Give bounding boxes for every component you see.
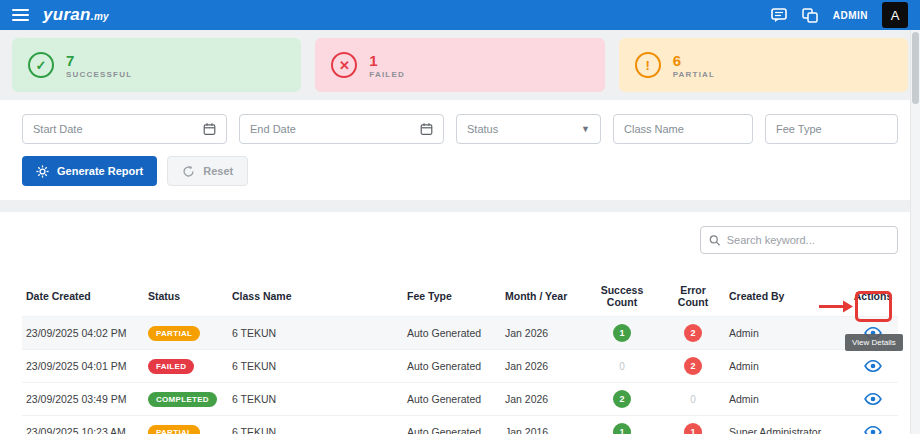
scrollbar-thumb[interactable] <box>912 32 919 104</box>
status-cell: PARTIAL <box>144 416 228 434</box>
calendar-icon[interactable] <box>203 122 216 136</box>
table-body: 23/09/2025 04:02 PMPARTIAL6 TEKUNAuto Ge… <box>22 317 898 434</box>
status-cell: PARTIAL <box>144 317 228 350</box>
fee-type-cell: Auto Generated <box>403 350 501 383</box>
fee-type-field[interactable] <box>765 114 898 144</box>
column-header: Date Created <box>22 276 144 317</box>
month-year-cell: Jan 2016 <box>501 416 583 434</box>
search-icon <box>709 234 721 247</box>
scrollbar[interactable] <box>910 30 920 434</box>
refresh-icon <box>182 165 195 178</box>
translate-icon[interactable] <box>802 7 819 23</box>
stats-row: ✓ 7 SUCCESSFUL ✕ 1 FAILED ! 6 PARTIAL <box>0 30 920 100</box>
table-row: 23/09/2025 03:49 PMCOMPLETED6 TEKUNAuto … <box>22 383 898 416</box>
class-name-field[interactable] <box>613 114 753 144</box>
generate-report-label: Generate Report <box>57 165 143 177</box>
error-count-cell: 2 <box>661 317 725 350</box>
column-header: Class Name <box>228 276 403 317</box>
eye-icon <box>864 392 882 406</box>
reports-table: Date CreatedStatusClass NameFee TypeMont… <box>22 276 898 434</box>
fee-type-cell: Auto Generated <box>403 416 501 434</box>
month-year-cell: Jan 2026 <box>501 317 583 350</box>
date-created-cell: 23/09/2025 03:49 PM <box>22 383 144 416</box>
success-count-cell: 0 <box>583 350 661 383</box>
status-cell: FAILED <box>144 350 228 383</box>
end-date-input[interactable] <box>250 123 420 135</box>
status-select-value: Status <box>467 123 498 135</box>
view-details-button[interactable] <box>862 423 884 434</box>
actions-cell <box>848 383 898 416</box>
column-header: Month / Year <box>501 276 583 317</box>
class-name-input[interactable] <box>624 123 742 135</box>
app-header: yuran.my ADMIN A <box>0 0 920 30</box>
status-badge: PARTIAL <box>148 326 200 341</box>
view-details-button[interactable] <box>862 390 884 408</box>
table-row: 23/09/2025 04:01 PMFAILED6 TEKUNAuto Gen… <box>22 350 898 383</box>
eye-icon <box>864 425 882 434</box>
generate-report-button[interactable]: Generate Report <box>22 156 157 186</box>
success-count-cell: 1 <box>583 317 661 350</box>
status-badge: FAILED <box>148 359 194 374</box>
class-name-cell: 6 TEKUN <box>228 350 403 383</box>
created-by-cell: Admin <box>725 383 848 416</box>
search-box[interactable] <box>700 226 898 254</box>
date-created-cell: 23/09/2025 10:23 AM <box>22 416 144 434</box>
filter-panel: Status ▼ Generate Report <box>0 100 920 200</box>
fee-type-cell: Auto Generated <box>403 317 501 350</box>
error-count-badge: 2 <box>684 357 702 375</box>
class-name-cell: 6 TEKUN <box>228 383 403 416</box>
view-details-button[interactable] <box>862 357 884 375</box>
actions-cell <box>848 350 898 383</box>
error-count-badge: 2 <box>684 324 702 342</box>
check-circle-icon: ✓ <box>28 52 54 78</box>
date-created-cell: 23/09/2025 04:01 PM <box>22 350 144 383</box>
view-details-tooltip: View Details <box>845 334 903 351</box>
overlap-squares-icon <box>802 8 818 23</box>
count-zero: 0 <box>690 394 696 405</box>
column-header: Created By <box>725 276 848 317</box>
month-year-cell: Jan 2026 <box>501 383 583 416</box>
created-by-cell: Admin <box>725 350 848 383</box>
chat-bubble-icon <box>771 8 787 22</box>
status-badge: COMPLETED <box>148 392 217 407</box>
logo-tld: .my <box>91 11 109 22</box>
gear-icon <box>36 165 49 178</box>
status-cell: COMPLETED <box>144 383 228 416</box>
error-count-cell: 1 <box>661 416 725 434</box>
menu-icon[interactable] <box>12 9 29 21</box>
start-date-input[interactable] <box>33 123 203 135</box>
messages-icon[interactable] <box>771 7 788 23</box>
topbar-actions: ADMIN A <box>771 2 908 28</box>
error-count-cell: 0 <box>661 383 725 416</box>
class-name-cell: 6 TEKUN <box>228 317 403 350</box>
column-header: Success Count <box>583 276 661 317</box>
status-badge: PARTIAL <box>148 425 200 434</box>
successful-label: SUCCESSFUL <box>66 70 132 79</box>
date-created-cell: 23/09/2025 04:02 PM <box>22 317 144 350</box>
count-zero: 0 <box>619 361 625 372</box>
start-date-field[interactable] <box>22 114 227 144</box>
stat-card-failed: ✕ 1 FAILED <box>315 38 604 92</box>
reset-button[interactable]: Reset <box>167 156 248 186</box>
search-input[interactable] <box>727 234 889 246</box>
table-row: 23/09/2025 10:23 AMPARTIAL6 TEKUNAuto Ge… <box>22 416 898 434</box>
stat-card-partial: ! 6 PARTIAL <box>619 38 908 92</box>
app-logo[interactable]: yuran.my <box>43 5 109 25</box>
column-header: Fee Type <box>403 276 501 317</box>
end-date-field[interactable] <box>239 114 444 144</box>
table-row: 23/09/2025 04:02 PMPARTIAL6 TEKUNAuto Ge… <box>22 317 898 350</box>
filter-buttons: Generate Report Reset <box>22 156 898 186</box>
status-select[interactable]: Status ▼ <box>456 114 601 144</box>
success-count-badge: 1 <box>613 324 631 342</box>
admin-menu[interactable]: ADMIN <box>833 10 868 21</box>
fee-type-input[interactable] <box>776 123 887 135</box>
partial-count: 6 <box>673 52 715 70</box>
table-header-row: Date CreatedStatusClass NameFee TypeMont… <box>22 276 898 317</box>
successful-count: 7 <box>66 52 132 70</box>
success-count-cell: 1 <box>583 416 661 434</box>
avatar[interactable]: A <box>882 2 908 28</box>
calendar-icon[interactable] <box>420 122 433 136</box>
cross-circle-icon: ✕ <box>331 52 357 78</box>
failed-count: 1 <box>369 52 405 70</box>
failed-label: FAILED <box>369 70 405 79</box>
